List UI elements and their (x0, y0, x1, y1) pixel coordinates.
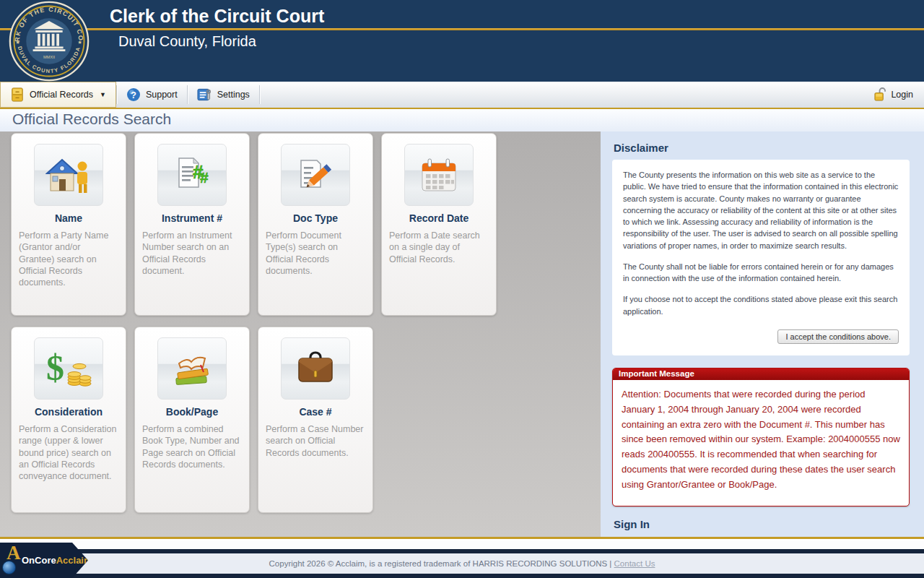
copyright-label: Copyright 2026 © Acclaim, is a registere… (269, 559, 612, 568)
card-title: Case # (258, 406, 372, 418)
page-title: Official Records Search (12, 111, 171, 128)
search-card-consideration[interactable]: $ (11, 327, 126, 513)
disclaimer-heading: Disclaimer (614, 142, 910, 154)
card-title: Book/Page (135, 406, 249, 418)
card-description: Perform a Case Number search on Official… (266, 423, 365, 459)
disclaimer-box: The County presents the information on t… (612, 160, 910, 355)
app-header: CLERK OF THE CIRCUIT COURT DUVAL COUNTY … (0, 0, 924, 82)
calendar-icon (416, 154, 462, 196)
padlock-open-icon (874, 87, 886, 102)
important-message-panel: Important Message Attention: Documents t… (612, 368, 910, 506)
official-records-search-page: CLERK OF THE CIRCUIT COURT DUVAL COUNTY … (0, 0, 924, 578)
search-cards-region: Name Perform a Party Name (Grantor and/o… (0, 131, 601, 537)
house-person-icon (45, 154, 92, 196)
card-description: Perform a Party Name (Grantor and/or Gra… (19, 230, 118, 288)
support-icon: ? (126, 87, 141, 102)
menu-item-support[interactable]: ? Support (117, 82, 187, 108)
dollar-coins-icon: $ (45, 348, 92, 389)
card-title: Consideration (12, 406, 126, 418)
card-description: Perform an Instrument Number search on a… (142, 230, 242, 277)
menu-item-official-records[interactable]: Official Records ▼ (0, 82, 116, 108)
page-title-bar: Official Records Search (0, 109, 924, 131)
svg-text:★: ★ (15, 39, 20, 46)
copyright-text: Copyright 2026 © Acclaim, is a registere… (0, 559, 924, 568)
card-description: Perform a combined Book Type, Number and… (142, 423, 242, 470)
menu-separator (259, 85, 260, 104)
document-number-icon: # # (169, 154, 215, 196)
menu-item-settings[interactable]: Settings (188, 82, 259, 108)
books-icon (169, 348, 215, 389)
footer-bar: Copyright 2026 © Acclaim, is a registere… (0, 553, 924, 574)
card-description: Perform Document Type(s) search on Offic… (266, 230, 365, 277)
card-title: Instrument # (135, 212, 249, 224)
acclaim-a-glyph: A (6, 543, 21, 563)
globe-icon (2, 561, 16, 574)
card-icon-tile (157, 337, 227, 400)
card-title: Name (12, 212, 126, 224)
clerk-court-seal-logo: CLERK OF THE CIRCUIT COURT DUVAL COUNTY … (9, 1, 90, 82)
records-cabinet-icon (10, 87, 25, 103)
oncore-wordmark: OnCore (22, 555, 56, 566)
search-card-doc-type[interactable]: Doc Type Perform Document Type(s) search… (258, 133, 373, 316)
footer-gap (0, 541, 924, 549)
login-as-fieldset: Login As User Name Password Forgot Passw… (612, 536, 910, 540)
document-pencil-icon (292, 154, 339, 196)
svg-text:?: ? (131, 90, 136, 100)
search-card-book-page[interactable]: Book/Page Perform a combined Book Type, … (134, 327, 250, 513)
login-menu-button[interactable]: Login (863, 82, 924, 108)
important-message-heading: Important Message (613, 368, 909, 380)
menu-item-label: Settings (217, 90, 250, 100)
disclaimer-paragraph: If you choose not to accept the conditio… (623, 293, 899, 317)
svg-text:MMXII: MMXII (43, 55, 56, 59)
side-panel: Disclaimer The County presents the infor… (601, 131, 924, 537)
chevron-down-icon: ▼ (100, 91, 106, 98)
login-label: Login (891, 90, 913, 100)
svg-text:★: ★ (77, 39, 82, 46)
site-title: Clerk of the Circuit Court (110, 6, 324, 27)
contact-us-link[interactable]: Contact Us (614, 559, 655, 568)
oncore-acclaim-logo: A OnCore Acclaim (0, 543, 88, 578)
svg-text:$: $ (46, 348, 64, 388)
main-menubar: Official Records ▼ ? Support Settings (0, 82, 924, 109)
search-card-case-number[interactable]: Case # Perform a Case Number search on O… (258, 327, 373, 513)
card-icon-tile (404, 144, 474, 206)
search-card-record-date[interactable]: Record Date Perform a Date search on a s… (381, 133, 497, 316)
card-icon-tile: # # (157, 144, 227, 206)
menu-item-label: Support (146, 90, 178, 100)
card-icon-tile (281, 144, 350, 206)
disclaimer-paragraph: The County presents the information on t… (623, 169, 899, 251)
important-message-body: Attention: Documents that were recorded … (613, 380, 909, 506)
search-card-instrument-number[interactable]: # # Instrument # Perform an Instrument N… (134, 133, 250, 316)
svg-text:#: # (200, 169, 209, 186)
search-card-name[interactable]: Name Perform a Party Name (Grantor and/o… (11, 133, 126, 316)
card-title: Record Date (382, 212, 496, 224)
disclaimer-paragraph: The County shall not be liable for error… (623, 261, 899, 285)
settings-icon (197, 87, 212, 102)
footer: Copyright 2026 © Acclaim, is a registere… (0, 549, 924, 578)
card-title: Doc Type (258, 212, 372, 224)
card-description: Perform a Date search on a single day of… (389, 230, 489, 265)
sign-in-heading: Sign In (614, 518, 910, 530)
site-subtitle: Duval County, Florida (118, 33, 256, 50)
card-icon-tile (34, 144, 103, 206)
content-area: Name Perform a Party Name (Grantor and/o… (0, 131, 924, 539)
card-icon-tile (281, 337, 350, 400)
accept-conditions-button[interactable]: I accept the conditions above. (777, 329, 899, 344)
header-gold-divider (0, 28, 924, 30)
card-icon-tile: $ (34, 337, 103, 400)
briefcase-icon (292, 348, 339, 389)
card-description: Perform a Consideration range (upper & l… (19, 423, 118, 482)
login-as-legend: Login As (619, 536, 655, 540)
menu-item-label: Official Records (30, 90, 93, 100)
